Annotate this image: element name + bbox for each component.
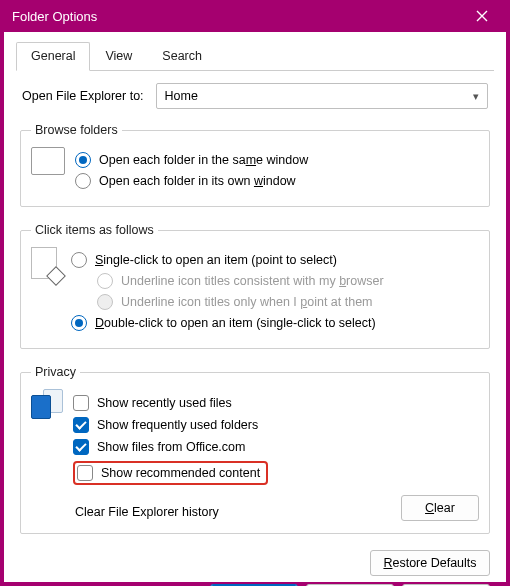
- check-office-files[interactable]: Show files from Office.com: [73, 439, 479, 455]
- check-label: Show files from Office.com: [97, 440, 245, 454]
- radio-icon: [71, 315, 87, 331]
- open-explorer-combo[interactable]: Home ▾: [156, 83, 488, 109]
- open-explorer-label: Open File Explorer to:: [22, 89, 144, 103]
- open-explorer-row: Open File Explorer to: Home ▾: [22, 83, 488, 109]
- browse-folders-legend: Browse folders: [31, 123, 122, 137]
- close-icon[interactable]: [462, 10, 502, 22]
- radio-same-window[interactable]: Open each folder in the same window: [75, 152, 479, 168]
- check-frequent-folders[interactable]: Show frequently used folders: [73, 417, 479, 433]
- check-label: Show frequently used folders: [97, 418, 258, 432]
- radio-single-click[interactable]: Single-click to open an item (point to s…: [71, 252, 479, 268]
- radio-label: Open each folder in the same window: [99, 153, 308, 167]
- open-explorer-value: Home: [165, 89, 198, 103]
- check-recent-files[interactable]: Show recently used files: [73, 395, 479, 411]
- radio-label: Single-click to open an item (point to s…: [95, 253, 337, 267]
- checkbox-icon: [73, 439, 89, 455]
- radio-label: Underline icon titles only when I point …: [121, 295, 373, 309]
- tab-strip: General View Search: [16, 42, 494, 71]
- radio-own-window[interactable]: Open each folder in its own window: [75, 173, 479, 189]
- clear-button[interactable]: Clear: [401, 495, 479, 521]
- radio-icon: [97, 294, 113, 310]
- window-title: Folder Options: [12, 9, 462, 24]
- radio-icon: [71, 252, 87, 268]
- radio-underline-point: Underline icon titles only when I point …: [97, 294, 479, 310]
- tab-view[interactable]: View: [90, 42, 147, 70]
- check-label: Show recommended content: [101, 466, 260, 480]
- privacy-group: Privacy Show recently used files Show fr…: [20, 365, 490, 534]
- check-recommended-content[interactable]: Show recommended content: [73, 461, 268, 485]
- browse-folders-group: Browse folders Open each folder in the s…: [20, 123, 490, 207]
- tab-search[interactable]: Search: [147, 42, 217, 70]
- radio-icon: [97, 273, 113, 289]
- radio-double-click[interactable]: Double-click to open an item (single-cli…: [71, 315, 479, 331]
- folder-icon: [31, 147, 65, 175]
- checkbox-icon: [73, 417, 89, 433]
- restore-defaults-button[interactable]: Restore Defaults: [370, 550, 490, 576]
- chevron-down-icon: ▾: [473, 90, 479, 103]
- click-items-group: Click items as follows Single-click to o…: [20, 223, 490, 349]
- checkbox-icon: [77, 465, 93, 481]
- check-label: Show recently used files: [97, 396, 232, 410]
- radio-icon: [75, 173, 91, 189]
- radio-label: Double-click to open an item (single-cli…: [95, 316, 376, 330]
- titlebar: Folder Options: [0, 0, 510, 32]
- check-recommended-content-highlight: Show recommended content: [73, 461, 479, 485]
- document-cursor-icon: [31, 247, 61, 281]
- privacy-icon: [31, 389, 63, 419]
- checkbox-icon: [73, 395, 89, 411]
- clear-history-label: Clear File Explorer history: [75, 505, 219, 519]
- dialog-body: General View Search Open File Explorer t…: [4, 32, 506, 582]
- radio-underline-browser: Underline icon titles consistent with my…: [97, 273, 479, 289]
- radio-icon: [75, 152, 91, 168]
- radio-label: Open each folder in its own window: [99, 174, 296, 188]
- radio-label: Underline icon titles consistent with my…: [121, 274, 384, 288]
- click-items-legend: Click items as follows: [31, 223, 158, 237]
- privacy-legend: Privacy: [31, 365, 80, 379]
- tab-general[interactable]: General: [16, 42, 90, 71]
